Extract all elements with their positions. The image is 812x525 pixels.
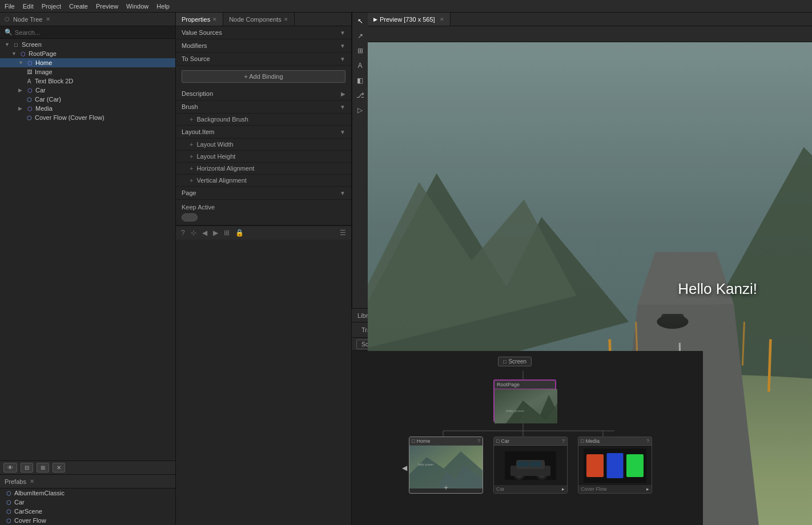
modifiers-section[interactable]: Modifiers ▼ (176, 39, 351, 52)
home-thumb-svg: hello screen (409, 446, 483, 488)
prefab-carscene[interactable]: ⬡ CarScene (0, 507, 175, 516)
screen-node-icon: □ (503, 359, 506, 365)
grid-btn[interactable]: ⊞ (37, 463, 49, 472)
prefab-coverflow[interactable]: ⬡ Cover Flow (0, 516, 175, 525)
vertical-alignment-row[interactable]: + Vertical Alignment (176, 175, 351, 187)
tree-item-home[interactable]: ▼ ⬡ Home (0, 58, 175, 67)
layout-item-title: Layout.Item (182, 128, 340, 135)
background-brush-row[interactable]: + Background Brush (176, 114, 351, 126)
car-thumb-content (494, 446, 567, 485)
main-layout: ⬡ Node Tree ✕ 🔍 ▼ □ Screen ▼ ⬡ RootPage (0, 13, 812, 525)
grid-icon[interactable]: ⊞ (222, 228, 231, 238)
table-icon[interactable]: ⊞ (354, 45, 367, 57)
layout-width-row[interactable]: + Layout Width (176, 139, 351, 151)
modifiers-title: Modifiers (182, 42, 340, 49)
tree-item-media[interactable]: ▶ ⬡ Media (0, 104, 175, 113)
select-icon[interactable]: ⊹ (189, 228, 198, 238)
tree-item-text[interactable]: A Text Block 2D (0, 76, 175, 86)
tree-item-car-car[interactable]: ⬡ Car (Car) (0, 95, 175, 104)
to-source-section[interactable]: To Source ▼ (176, 52, 351, 66)
text-tool-icon[interactable]: A (354, 59, 367, 72)
home-left-arrow[interactable]: ◀ (402, 464, 407, 472)
prefabs-header: Prefabs ✕ (0, 475, 175, 488)
brush-title: Brush (182, 103, 340, 110)
v-align-label: Vertical Alignment (196, 177, 345, 184)
layout-height-plus: + (190, 153, 193, 160)
description-section[interactable]: Description ▶ (176, 87, 351, 100)
page-section[interactable]: Page ▼ (176, 187, 351, 200)
properties-tab-close[interactable]: ✕ (212, 17, 217, 22)
tab-node-components[interactable]: Node Components ✕ (223, 13, 295, 26)
video-icon[interactable]: ▷ (354, 104, 367, 116)
node-tree-header: ⬡ Node Tree ✕ (0, 13, 175, 26)
svg-rect-42 (626, 454, 644, 477)
menu-project[interactable]: Project (42, 3, 61, 10)
tree-item-image[interactable]: 🖼 Image (0, 67, 175, 76)
menu-help[interactable]: Help (156, 3, 170, 10)
screen-node-thumb[interactable]: □ Screen (498, 357, 532, 366)
lock-icon[interactable]: 🔒 (234, 228, 246, 238)
menu-edit[interactable]: Edit (23, 3, 34, 10)
value-sources-title: Value Sources (182, 29, 340, 36)
layers-icon[interactable]: ◧ (354, 74, 367, 87)
node-components-tab-close[interactable]: ✕ (284, 17, 288, 22)
rootpage-thumb[interactable]: RootPage (493, 379, 556, 422)
media-thumb-footer: Cover Flow ▸ (578, 485, 652, 493)
layout-item-section[interactable]: Layout.Item ▼ (176, 126, 351, 139)
to-source-title: To Source (182, 55, 340, 62)
car-thumb[interactable]: □ Car ? (493, 437, 568, 494)
car-thumb-header: □ Car ? (494, 437, 567, 446)
visibility-btn[interactable]: 👁 (3, 463, 17, 472)
node-tree-title: Node Tree (13, 16, 42, 23)
left-panel: ⬡ Node Tree ✕ 🔍 ▼ □ Screen ▼ ⬡ RootPage (0, 13, 176, 525)
arrow-left-icon[interactable]: ◀ (200, 228, 209, 238)
tree-item-rootpage[interactable]: ▼ ⬡ RootPage (0, 49, 175, 58)
tab-properties[interactable]: Properties ✕ (176, 13, 223, 26)
cursor-tool-icon[interactable]: ↖ (354, 15, 367, 27)
description-chevron: ▶ (341, 91, 345, 97)
h-align-plus: + (190, 165, 193, 172)
value-sources-section[interactable]: Value Sources ▼ (176, 26, 351, 39)
tree-item-screen[interactable]: ▼ □ Screen (0, 40, 175, 49)
share-icon[interactable]: ⎇ (354, 89, 367, 102)
menu-create[interactable]: Create (69, 3, 88, 10)
node-tree-close[interactable]: ✕ (46, 16, 50, 22)
home-thumb[interactable]: □ Home ? (409, 437, 483, 494)
menu-preview[interactable]: Preview (96, 3, 118, 10)
menu-window[interactable]: Window (126, 3, 148, 10)
prefabs-close[interactable]: ✕ (30, 478, 34, 484)
brush-section[interactable]: Brush ▼ (176, 100, 351, 114)
layout-width-plus: + (190, 141, 193, 148)
media-thumb-svg (584, 449, 646, 483)
arrow-right-icon[interactable]: ▶ (211, 228, 220, 238)
preview-area: ↖ ↗ ⊞ A ◧ ⎇ ▷ ▶ Preview [730 x 565] ✕ (352, 13, 812, 308)
menu-file[interactable]: File (5, 3, 15, 10)
home-thumb-plus[interactable]: + (444, 483, 448, 492)
right-side: ↖ ↗ ⊞ A ◧ ⎇ ▷ ▶ Preview [730 x 565] ✕ (352, 13, 812, 525)
tree-item-coverflow[interactable]: ⬡ Cover Flow (Cover Flow) (0, 113, 175, 122)
car-thumb-footer: Car ▸ (494, 485, 567, 493)
media-thumb[interactable]: □ Media ? (578, 437, 652, 494)
properties-panel: Properties ✕ Node Components ✕ Value Sou… (176, 13, 352, 525)
prefab-car[interactable]: ⬡ Car (0, 498, 175, 507)
svg-rect-41 (606, 453, 624, 478)
svg-rect-40 (586, 454, 604, 477)
menubar: File Edit Project Create Preview Window … (0, 0, 812, 13)
description-title: Description (182, 90, 341, 97)
add-binding-button[interactable]: + Add Binding (182, 70, 345, 83)
prefab-album[interactable]: ⬡ AlbumItemClassic (0, 488, 175, 498)
to-source-chevron: ▼ (340, 56, 345, 62)
keep-active-toggle[interactable] (182, 213, 198, 221)
horizontal-alignment-row[interactable]: + Horizontal Alignment (176, 163, 351, 175)
menu-icon[interactable]: ☰ (338, 228, 348, 238)
tree-item-car[interactable]: ▶ ⬡ Car (0, 86, 175, 95)
close-all-btn[interactable]: ✕ (53, 463, 65, 472)
preview-tab-main[interactable]: ▶ Preview [730 x 565] ✕ (368, 13, 451, 26)
layout-height-row[interactable]: + Layout Height (176, 151, 351, 163)
filter-btn[interactable]: ⊟ (21, 463, 33, 472)
search-input[interactable] (15, 29, 171, 36)
preview-tabs: ▶ Preview [730 x 565] ✕ (368, 13, 812, 26)
help-icon[interactable]: ? (179, 228, 187, 238)
svg-text:hello screen: hello screen (418, 463, 433, 466)
select-tool-icon[interactable]: ↗ (354, 30, 367, 42)
